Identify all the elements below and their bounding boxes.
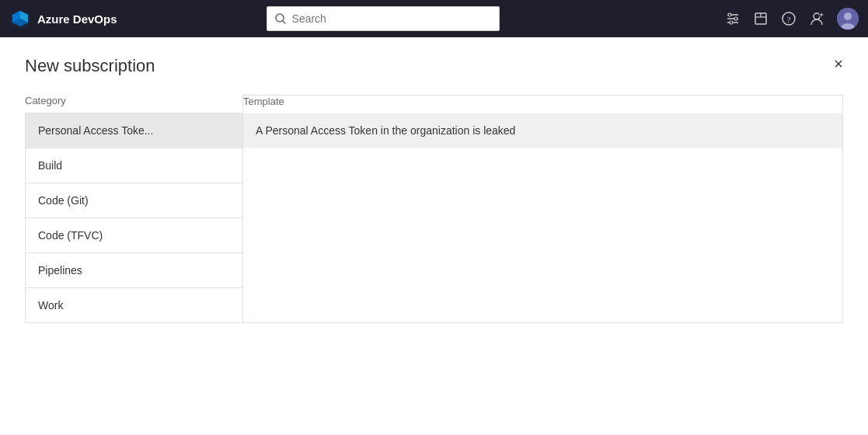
svg-point-10	[728, 13, 731, 16]
settings-list-icon[interactable]	[725, 11, 741, 26]
search-bar[interactable]	[267, 6, 500, 31]
svg-point-21	[844, 12, 852, 20]
search-input[interactable]	[292, 12, 491, 25]
azure-devops-logo	[9, 8, 31, 30]
template-column-header: Template	[243, 96, 842, 107]
category-item-code-tfvc[interactable]: Code (TFVC)	[26, 218, 242, 253]
category-item-work[interactable]: Work	[26, 288, 242, 322]
svg-text:?: ?	[787, 15, 791, 24]
svg-line-6	[283, 21, 285, 23]
category-column: Category Personal Access Toke... Build C…	[25, 95, 242, 323]
package-icon[interactable]	[753, 11, 769, 26]
search-icon	[275, 13, 286, 24]
template-column: Template A Personal Access Token in the …	[242, 95, 843, 323]
app-title: Azure DevOps	[37, 12, 117, 26]
category-list: Personal Access Toke... Build Code (Git)…	[25, 113, 242, 323]
topbar: Azure DevOps	[0, 0, 868, 37]
user-avatar[interactable]	[837, 8, 859, 30]
main-content: New subscription × Category Personal Acc…	[0, 37, 868, 342]
category-item-pat[interactable]: Personal Access Toke...	[26, 113, 242, 148]
columns-container: Category Personal Access Toke... Build C…	[25, 95, 843, 323]
svg-point-12	[730, 21, 733, 24]
dialog-title: New subscription	[25, 56, 843, 76]
logo-area[interactable]: Azure DevOps	[9, 8, 117, 30]
svg-point-11	[734, 17, 737, 20]
help-icon[interactable]: ?	[781, 11, 797, 26]
template-item-pat-leaked[interactable]: A Personal Access Token in the organizat…	[243, 113, 842, 148]
template-list: A Personal Access Token in the organizat…	[243, 113, 842, 148]
category-item-pipelines[interactable]: Pipelines	[26, 253, 242, 288]
category-column-header: Category	[25, 95, 242, 106]
svg-point-18	[814, 13, 820, 19]
close-button[interactable]: ×	[834, 56, 843, 71]
user-settings-icon[interactable]	[809, 11, 824, 26]
category-item-code-git[interactable]: Code (Git)	[26, 183, 242, 218]
topbar-icons: ?	[725, 8, 859, 30]
category-item-build[interactable]: Build	[26, 148, 242, 183]
